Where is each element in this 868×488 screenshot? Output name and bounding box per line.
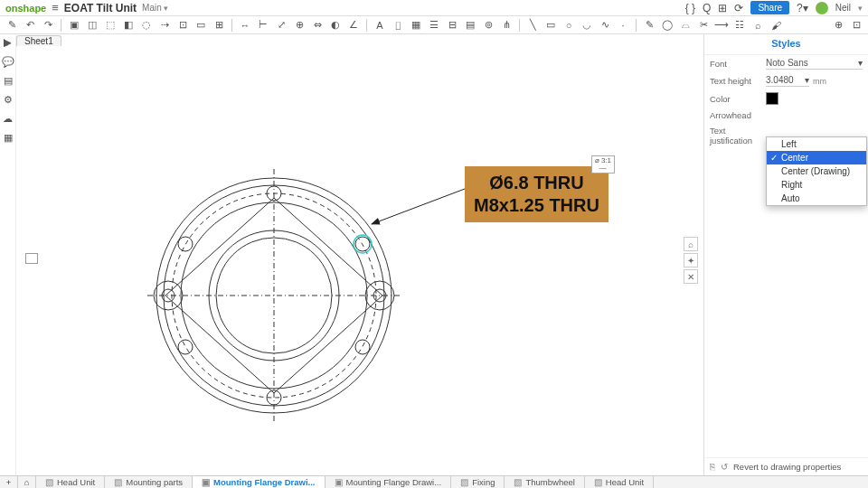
bezier-icon[interactable]: ⌓ xyxy=(677,18,693,33)
centerline-icon[interactable]: ⇔ xyxy=(309,18,326,33)
textheight-label: Text height xyxy=(710,76,766,86)
comment-icon[interactable]: 💬 xyxy=(2,56,14,68)
ordinate-icon[interactable]: ⊢ xyxy=(255,18,271,33)
line-icon[interactable]: ╲ xyxy=(524,18,541,33)
note-text-icon[interactable]: A xyxy=(372,18,388,33)
color-swatch[interactable] xyxy=(766,92,778,105)
section-view-icon[interactable]: ◧ xyxy=(120,18,137,33)
dimension-icon[interactable]: ↔ xyxy=(237,18,253,33)
circle-icon[interactable]: ○ xyxy=(561,18,577,33)
refresh-icon[interactable]: ⟳ xyxy=(734,2,743,14)
broken-out-icon[interactable]: ▭ xyxy=(193,18,209,33)
cloud-icon[interactable]: ☁ xyxy=(3,113,13,125)
weld-icon[interactable]: ⋔ xyxy=(498,18,514,33)
detail-view-icon[interactable]: ◌ xyxy=(138,18,155,33)
undo-icon[interactable]: ↶ xyxy=(22,18,38,33)
justify-dropdown: Left Center Center (Drawing) Right Auto xyxy=(766,136,867,206)
document-branch[interactable]: Main xyxy=(142,3,162,13)
point-icon[interactable]: · xyxy=(615,18,631,33)
revision-icon[interactable]: ▤ xyxy=(462,18,478,33)
hole-callout[interactable]: Ø6.8 THRU M8x1.25 THRU xyxy=(465,166,609,222)
chevron-down-icon[interactable]: ▾ xyxy=(164,4,168,13)
sheet-tab[interactable]: Sheet1 xyxy=(16,35,61,46)
ellipse-icon[interactable]: ◯ xyxy=(659,18,675,33)
help-icon[interactable]: ?▾ xyxy=(797,2,808,14)
overview-thumb[interactable] xyxy=(25,253,38,264)
format-painter-icon[interactable]: 🖌 xyxy=(768,18,784,33)
justify-option-auto[interactable]: Auto xyxy=(767,192,866,205)
trim-icon[interactable]: ✂ xyxy=(695,18,712,33)
arrowhead-label: Arrowhead xyxy=(710,110,766,120)
add-tab-button[interactable]: + xyxy=(0,476,18,488)
arc-icon[interactable]: ◡ xyxy=(579,18,595,33)
tab-mounting-flange-1[interactable]: ▣Mounting Flange Drawi... xyxy=(193,476,325,488)
doc-icon[interactable]: ▦ xyxy=(4,132,13,144)
revert-icon[interactable]: ↺ xyxy=(721,462,728,472)
redo-icon[interactable]: ↷ xyxy=(40,18,56,33)
sheet-list-icon[interactable]: ▤ xyxy=(4,75,13,87)
drawing-view[interactable] xyxy=(138,160,410,431)
extend-icon[interactable]: ⟶ xyxy=(713,18,730,33)
tab-tree-button[interactable]: ⌂ xyxy=(18,476,36,488)
tab-mounting-flange-2[interactable]: ▣Mounting Flange Drawi... xyxy=(326,476,452,488)
tab-fixing[interactable]: ▧Fixing xyxy=(451,476,505,488)
avatar[interactable] xyxy=(816,2,828,14)
crop-view-icon[interactable]: ⊡ xyxy=(175,18,191,33)
zoom-in-icon[interactable]: ⊕ xyxy=(830,18,846,33)
user-chevron-icon[interactable]: ▾ xyxy=(858,4,863,13)
font-select[interactable]: Noto Sans ▾ xyxy=(766,58,863,70)
inspect-icon[interactable]: ⌕ xyxy=(750,18,766,33)
search-icon[interactable]: Q xyxy=(703,2,711,14)
angle-icon[interactable]: ∠ xyxy=(345,18,362,33)
callout-line1: Ø6.8 THRU xyxy=(474,172,599,194)
chamfer-dim-icon[interactable]: ⤢ xyxy=(273,18,289,33)
textheight-select[interactable]: 3.0480 ▾ xyxy=(766,75,809,87)
projected-view-icon[interactable]: ◫ xyxy=(84,18,100,33)
justify-option-right[interactable]: Right xyxy=(767,178,866,192)
justify-option-center[interactable]: Center xyxy=(767,151,866,164)
font-row: Font Noto Sans ▾ xyxy=(704,55,868,72)
tab-head-unit[interactable]: ▧Head Unit xyxy=(36,476,105,488)
palette-measure-icon[interactable]: ✦ xyxy=(684,253,698,267)
textheight-row: Text height 3.0480 ▾ mm xyxy=(704,72,868,89)
hole-table-icon[interactable]: ⊟ xyxy=(444,18,460,33)
callout-icon[interactable]: ⌷ xyxy=(390,18,406,33)
part-icon: ▧ xyxy=(114,477,122,487)
braces-icon[interactable]: { } xyxy=(685,2,695,14)
variables-icon[interactable]: ⚙ xyxy=(4,94,13,106)
menu-icon[interactable]: ≡ xyxy=(52,1,59,14)
justify-option-center-drawing[interactable]: Center (Drawing) xyxy=(767,164,866,178)
tab-mounting-parts[interactable]: ▧Mounting parts xyxy=(105,476,193,488)
edit-pencil-icon[interactable]: ✎ xyxy=(641,18,657,33)
tab-head-unit-2[interactable]: ▧Head Unit xyxy=(585,476,654,488)
balloon-icon[interactable]: ⊚ xyxy=(480,18,496,33)
user-name[interactable]: Neil xyxy=(835,3,851,13)
center-mark-icon[interactable]: ⊕ xyxy=(291,18,307,33)
share-button[interactable]: Share xyxy=(750,1,789,14)
zoom-fit-icon[interactable]: ⊡ xyxy=(848,18,864,33)
break-view-icon[interactable]: ⇢ xyxy=(156,18,173,33)
sketch-icon[interactable]: ✎ xyxy=(4,18,20,33)
drawing-canvas[interactable]: Ø6.8 THRU M8x1.25 THRU ⌀ 3:1 — ⌕ ✦ ✕ xyxy=(16,47,703,475)
bom-icon[interactable]: ☰ xyxy=(426,18,442,33)
palette-zoom-icon[interactable]: ⌕ xyxy=(684,237,698,251)
thread-icon[interactable]: ◐ xyxy=(327,18,344,33)
copy-icon[interactable]: ⎘ xyxy=(710,462,715,472)
document-title[interactable]: EOAT Tilt Unit xyxy=(64,2,137,14)
panel-footer: ⎘ ↺ Revert to drawing properties xyxy=(704,457,868,475)
palette-hide-icon[interactable]: ✕ xyxy=(684,269,698,284)
revert-label[interactable]: Revert to drawing properties xyxy=(733,462,841,472)
aux-view-icon[interactable]: ⬚ xyxy=(102,18,118,33)
feature-tree-icon[interactable]: ⯈ xyxy=(3,38,13,49)
grid-icon[interactable]: ⊞ xyxy=(211,18,227,33)
spline-icon[interactable]: ∿ xyxy=(597,18,613,33)
svg-point-15 xyxy=(355,340,370,354)
view-icon[interactable]: ▣ xyxy=(66,18,82,33)
apps-icon[interactable]: ⊞ xyxy=(718,2,727,14)
table-icon[interactable]: ▦ xyxy=(408,18,424,33)
layers-icon[interactable]: ☷ xyxy=(731,18,748,33)
justify-option-left[interactable]: Left xyxy=(767,137,866,151)
rect-icon[interactable]: ▭ xyxy=(542,18,559,33)
scale-badge[interactable]: ⌀ 3:1 — xyxy=(591,155,615,174)
tab-thumbwheel[interactable]: ▧Thumbwheel xyxy=(505,476,584,488)
